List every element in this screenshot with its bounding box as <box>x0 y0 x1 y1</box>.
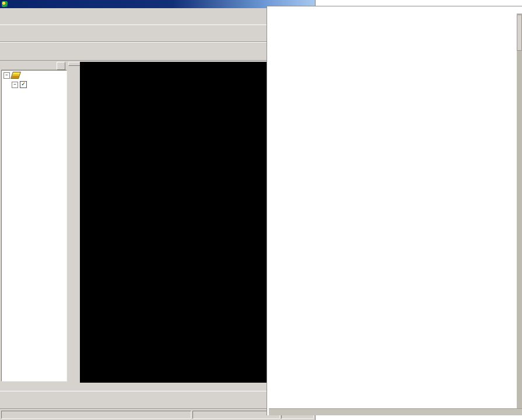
layer-checkbox[interactable]: ✓ <box>20 81 27 88</box>
toc-panel: − − ✓ <box>0 61 67 391</box>
toc-tree: − − ✓ <box>1 70 67 382</box>
document-body[interactable] <box>267 6 517 410</box>
document-window <box>267 6 522 415</box>
map-area[interactable] <box>80 62 267 383</box>
layers-icon <box>10 72 21 79</box>
collapse-icon[interactable]: − <box>3 72 10 79</box>
screen: − − ✓ <box>0 0 522 420</box>
scrollbar-thumb[interactable] <box>517 15 522 51</box>
close-icon[interactable] <box>57 62 65 70</box>
status-pane-message <box>1 411 191 419</box>
document-horizontal-scrollbar[interactable] <box>269 408 522 415</box>
map-bottom-bar <box>80 383 267 391</box>
arcmap-app-icon <box>2 1 8 7</box>
toc-layer-row[interactable]: − ✓ <box>2 80 66 89</box>
document-vertical-scrollbar[interactable] <box>517 13 522 410</box>
toc-root-row[interactable]: − <box>2 71 66 80</box>
collapse-icon[interactable]: − <box>12 82 18 88</box>
toc-header[interactable] <box>1 62 66 70</box>
